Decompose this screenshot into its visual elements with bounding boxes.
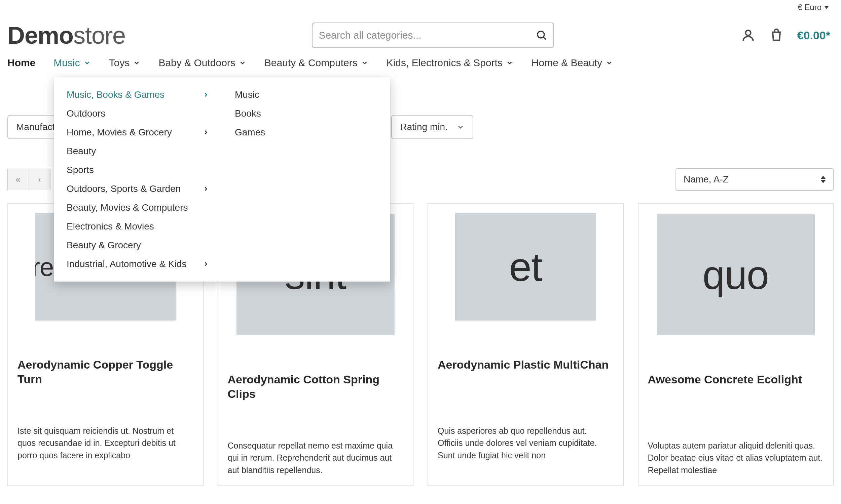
nav-beauty-computers[interactable]: Beauty & Computers	[264, 57, 368, 69]
pager-prev[interactable]: ‹	[29, 169, 50, 190]
dd-beauty[interactable]: Beauty	[54, 142, 222, 161]
chevron-down-icon	[506, 59, 513, 67]
store-logo[interactable]: Demostore	[7, 21, 125, 49]
main-nav: Home Music Toys Baby & Outdoors Beauty &…	[5, 57, 836, 75]
svg-line-1	[544, 37, 546, 40]
nav-baby-outdoors[interactable]: Baby & Outdoors	[158, 57, 246, 69]
sort-caret-icon	[821, 176, 825, 183]
product-title: Awesome Concrete Ecolight	[648, 372, 824, 402]
nav-dropdown: Music, Books & Games Outdoors Home, Movi…	[54, 77, 390, 282]
dd-outdoors[interactable]: Outdoors	[54, 104, 222, 123]
chevron-down-icon	[239, 59, 246, 67]
svg-point-0	[537, 31, 544, 38]
search-input[interactable]	[319, 30, 536, 41]
dd-sub-music[interactable]: Music	[222, 85, 390, 104]
sort-select[interactable]: Name, A-Z	[675, 168, 834, 191]
caret-down-icon	[824, 6, 829, 9]
product-image: et	[455, 213, 596, 321]
dropdown-col-left: Music, Books & Games Outdoors Home, Movi…	[54, 77, 222, 282]
filter-rating-min[interactable]: Rating min.	[391, 115, 473, 139]
dd-home-movies-grocery[interactable]: Home, Movies & Grocery	[54, 123, 222, 142]
pager: « ‹	[7, 169, 50, 190]
pager-first[interactable]: «	[7, 169, 29, 190]
currency-selector[interactable]: € Euro	[797, 3, 829, 12]
cart-icon[interactable]	[769, 28, 784, 43]
chevron-right-icon	[203, 129, 209, 136]
product-card[interactable]: quo Awesome Concrete Ecolight Voluptas a…	[638, 203, 834, 486]
dd-beauty-grocery[interactable]: Beauty & Grocery	[54, 236, 222, 255]
account-icon[interactable]	[741, 28, 756, 43]
chevron-down-icon	[361, 59, 368, 67]
nav-home-beauty[interactable]: Home & Beauty	[532, 57, 613, 69]
product-description: Iste sit quisquam reiciendis ut. Nostrum…	[17, 425, 193, 461]
svg-point-2	[745, 30, 751, 35]
chevron-right-icon	[203, 261, 209, 268]
dropdown-col-right: Music Books Games	[222, 77, 390, 282]
product-description: Consequatur repellat nemo est maxime qui…	[228, 439, 404, 476]
dd-industrial-automotive-kids[interactable]: Industrial, Automotive & Kids	[54, 255, 222, 273]
chevron-down-icon	[83, 59, 91, 67]
product-title: Aerodynamic Plastic MultiChan	[437, 358, 614, 388]
product-description: Voluptas autem pariatur aliquid deleniti…	[648, 439, 824, 476]
chevron-right-icon	[203, 185, 209, 192]
chevron-right-icon	[203, 91, 209, 98]
dd-beauty-movies-computers[interactable]: Beauty, Movies & Computers	[54, 198, 222, 217]
nav-toys[interactable]: Toys	[109, 57, 141, 69]
chevron-down-icon	[133, 59, 140, 67]
product-title: Aerodynamic Copper Toggle Turn	[17, 358, 193, 388]
nav-kids-electronics-sports[interactable]: Kids, Electronics & Sports	[387, 57, 513, 69]
search-icon[interactable]	[536, 30, 547, 41]
nav-music[interactable]: Music	[53, 57, 90, 69]
dd-electronics-movies[interactable]: Electronics & Movies	[54, 217, 222, 236]
search-bar[interactable]	[312, 22, 554, 48]
dd-sub-games[interactable]: Games	[222, 123, 390, 142]
chevron-down-icon	[605, 59, 613, 67]
dd-music-books-games[interactable]: Music, Books & Games	[54, 85, 222, 104]
nav-home[interactable]: Home	[7, 57, 35, 69]
cart-total[interactable]: €0.00*	[797, 29, 830, 42]
product-description: Quis asperiores ab quo repellendus aut. …	[437, 425, 614, 461]
dd-sub-books[interactable]: Books	[222, 104, 390, 123]
dd-outdoors-sports-garden[interactable]: Outdoors, Sports & Garden	[54, 179, 222, 198]
product-image: quo	[657, 214, 815, 335]
currency-label: € Euro	[797, 3, 822, 12]
product-title: Aerodynamic Cotton Spring Clips	[228, 372, 404, 402]
product-card[interactable]: et Aerodynamic Plastic MultiChan Quis as…	[428, 203, 624, 486]
logo-light: store	[73, 22, 125, 49]
chevron-down-icon	[457, 123, 465, 131]
sort-selected-label: Name, A-Z	[684, 174, 728, 185]
logo-bold: Demo	[7, 22, 73, 49]
dd-sports[interactable]: Sports	[54, 161, 222, 179]
